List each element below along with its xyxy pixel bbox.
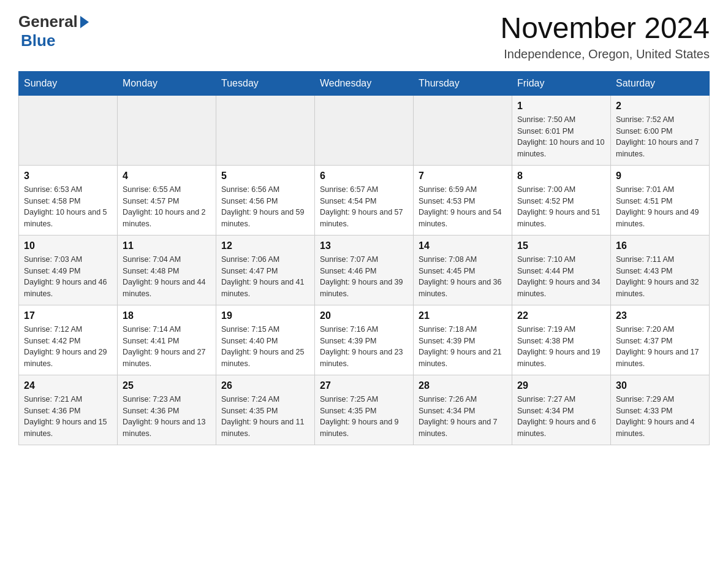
logo-arrow-icon xyxy=(80,16,89,28)
day-number: 6 xyxy=(320,170,408,182)
day-info: Sunrise: 6:55 AMSunset: 4:57 PMDaylight:… xyxy=(123,184,211,230)
day-number: 30 xyxy=(616,380,704,391)
calendar-cell: 25Sunrise: 7:23 AMSunset: 4:36 PMDayligh… xyxy=(118,375,216,445)
day-number: 9 xyxy=(616,170,704,182)
calendar-cell: 28Sunrise: 7:26 AMSunset: 4:34 PMDayligh… xyxy=(414,375,512,445)
logo: General Blue xyxy=(18,12,89,50)
calendar-cell: 26Sunrise: 7:24 AMSunset: 4:35 PMDayligh… xyxy=(216,375,315,445)
day-number: 18 xyxy=(123,310,211,321)
day-info: Sunrise: 7:11 AMSunset: 4:43 PMDaylight:… xyxy=(616,254,704,300)
calendar-cell: 7Sunrise: 6:59 AMSunset: 4:53 PMDaylight… xyxy=(414,165,512,235)
calendar-cell: 12Sunrise: 7:06 AMSunset: 4:47 PMDayligh… xyxy=(216,235,315,305)
page-header: General Blue November 2024 Independence,… xyxy=(18,12,710,61)
header-day-monday: Monday xyxy=(118,71,216,95)
logo-general-text: General xyxy=(18,12,78,31)
calendar-cell: 22Sunrise: 7:19 AMSunset: 4:38 PMDayligh… xyxy=(512,305,611,375)
day-number: 1 xyxy=(517,101,605,112)
day-info: Sunrise: 7:14 AMSunset: 4:41 PMDaylight:… xyxy=(123,324,211,370)
day-number: 7 xyxy=(419,170,507,182)
day-info: Sunrise: 7:15 AMSunset: 4:40 PMDaylight:… xyxy=(221,324,309,370)
day-number: 11 xyxy=(123,240,211,251)
day-info: Sunrise: 7:50 AMSunset: 6:01 PMDaylight:… xyxy=(517,114,605,160)
page-title: November 2024 xyxy=(500,12,710,45)
logo-blue-text: Blue xyxy=(21,31,55,50)
calendar-cell: 16Sunrise: 7:11 AMSunset: 4:43 PMDayligh… xyxy=(611,235,710,305)
calendar-cell xyxy=(414,95,512,165)
calendar-cell: 21Sunrise: 7:18 AMSunset: 4:39 PMDayligh… xyxy=(414,305,512,375)
day-info: Sunrise: 7:19 AMSunset: 4:38 PMDaylight:… xyxy=(517,324,605,370)
day-number: 25 xyxy=(123,380,211,391)
calendar-cell: 24Sunrise: 7:21 AMSunset: 4:36 PMDayligh… xyxy=(19,375,118,445)
day-info: Sunrise: 7:00 AMSunset: 4:52 PMDaylight:… xyxy=(517,184,605,230)
week-row-4: 17Sunrise: 7:12 AMSunset: 4:42 PMDayligh… xyxy=(19,305,710,375)
day-number: 14 xyxy=(419,240,507,251)
calendar-cell: 29Sunrise: 7:27 AMSunset: 4:34 PMDayligh… xyxy=(512,375,611,445)
day-info: Sunrise: 7:07 AMSunset: 4:46 PMDaylight:… xyxy=(320,254,408,300)
day-info: Sunrise: 6:59 AMSunset: 4:53 PMDaylight:… xyxy=(419,184,507,230)
day-number: 23 xyxy=(616,310,704,321)
day-number: 16 xyxy=(616,240,704,251)
day-number: 26 xyxy=(221,380,309,391)
calendar-cell: 10Sunrise: 7:03 AMSunset: 4:49 PMDayligh… xyxy=(19,235,118,305)
calendar-header: SundayMondayTuesdayWednesdayThursdayFrid… xyxy=(19,71,710,95)
day-number: 12 xyxy=(221,240,309,251)
day-info: Sunrise: 7:26 AMSunset: 4:34 PMDaylight:… xyxy=(419,394,507,440)
header-day-wednesday: Wednesday xyxy=(315,71,414,95)
header-day-saturday: Saturday xyxy=(611,71,710,95)
week-row-3: 10Sunrise: 7:03 AMSunset: 4:49 PMDayligh… xyxy=(19,235,710,305)
calendar-cell: 30Sunrise: 7:29 AMSunset: 4:33 PMDayligh… xyxy=(611,375,710,445)
week-row-2: 3Sunrise: 6:53 AMSunset: 4:58 PMDaylight… xyxy=(19,165,710,235)
calendar-table: SundayMondayTuesdayWednesdayThursdayFrid… xyxy=(18,71,710,445)
day-number: 2 xyxy=(616,101,704,112)
calendar-cell: 15Sunrise: 7:10 AMSunset: 4:44 PMDayligh… xyxy=(512,235,611,305)
calendar-cell: 5Sunrise: 6:56 AMSunset: 4:56 PMDaylight… xyxy=(216,165,315,235)
calendar-cell: 18Sunrise: 7:14 AMSunset: 4:41 PMDayligh… xyxy=(118,305,216,375)
calendar-cell: 6Sunrise: 6:57 AMSunset: 4:54 PMDaylight… xyxy=(315,165,414,235)
calendar-cell: 27Sunrise: 7:25 AMSunset: 4:35 PMDayligh… xyxy=(315,375,414,445)
header-day-thursday: Thursday xyxy=(414,71,512,95)
day-number: 19 xyxy=(221,310,309,321)
day-number: 10 xyxy=(24,240,112,251)
calendar-cell: 17Sunrise: 7:12 AMSunset: 4:42 PMDayligh… xyxy=(19,305,118,375)
day-info: Sunrise: 7:23 AMSunset: 4:36 PMDaylight:… xyxy=(123,394,211,440)
day-number: 17 xyxy=(24,310,112,321)
day-info: Sunrise: 7:01 AMSunset: 4:51 PMDaylight:… xyxy=(616,184,704,230)
day-number: 24 xyxy=(24,380,112,391)
calendar-cell: 19Sunrise: 7:15 AMSunset: 4:40 PMDayligh… xyxy=(216,305,315,375)
page-subtitle: Independence, Oregon, United States xyxy=(500,47,710,61)
day-info: Sunrise: 7:10 AMSunset: 4:44 PMDaylight:… xyxy=(517,254,605,300)
day-info: Sunrise: 7:29 AMSunset: 4:33 PMDaylight:… xyxy=(616,394,704,440)
day-info: Sunrise: 6:56 AMSunset: 4:56 PMDaylight:… xyxy=(221,184,309,230)
day-number: 28 xyxy=(419,380,507,391)
day-number: 22 xyxy=(517,310,605,321)
day-number: 20 xyxy=(320,310,408,321)
day-info: Sunrise: 7:06 AMSunset: 4:47 PMDaylight:… xyxy=(221,254,309,300)
day-number: 5 xyxy=(221,170,309,182)
calendar-cell: 2Sunrise: 7:52 AMSunset: 6:00 PMDaylight… xyxy=(611,95,710,165)
day-info: Sunrise: 7:24 AMSunset: 4:35 PMDaylight:… xyxy=(221,394,309,440)
day-info: Sunrise: 7:16 AMSunset: 4:39 PMDaylight:… xyxy=(320,324,408,370)
day-number: 27 xyxy=(320,380,408,391)
calendar-cell: 4Sunrise: 6:55 AMSunset: 4:57 PMDaylight… xyxy=(118,165,216,235)
day-number: 8 xyxy=(517,170,605,182)
day-number: 29 xyxy=(517,380,605,391)
header-day-friday: Friday xyxy=(512,71,611,95)
day-info: Sunrise: 7:52 AMSunset: 6:00 PMDaylight:… xyxy=(616,114,704,160)
day-number: 13 xyxy=(320,240,408,251)
calendar-cell xyxy=(216,95,315,165)
day-number: 4 xyxy=(123,170,211,182)
day-info: Sunrise: 7:27 AMSunset: 4:34 PMDaylight:… xyxy=(517,394,605,440)
day-info: Sunrise: 7:20 AMSunset: 4:37 PMDaylight:… xyxy=(616,324,704,370)
calendar-cell: 1Sunrise: 7:50 AMSunset: 6:01 PMDaylight… xyxy=(512,95,611,165)
header-day-tuesday: Tuesday xyxy=(216,71,315,95)
calendar-cell: 23Sunrise: 7:20 AMSunset: 4:37 PMDayligh… xyxy=(611,305,710,375)
calendar-cell: 11Sunrise: 7:04 AMSunset: 4:48 PMDayligh… xyxy=(118,235,216,305)
day-info: Sunrise: 7:21 AMSunset: 4:36 PMDaylight:… xyxy=(24,394,112,440)
day-info: Sunrise: 7:04 AMSunset: 4:48 PMDaylight:… xyxy=(123,254,211,300)
calendar-cell: 20Sunrise: 7:16 AMSunset: 4:39 PMDayligh… xyxy=(315,305,414,375)
title-section: November 2024 Independence, Oregon, Unit… xyxy=(500,12,710,61)
header-day-sunday: Sunday xyxy=(19,71,118,95)
day-info: Sunrise: 7:03 AMSunset: 4:49 PMDaylight:… xyxy=(24,254,112,300)
day-info: Sunrise: 7:08 AMSunset: 4:45 PMDaylight:… xyxy=(419,254,507,300)
calendar-cell: 9Sunrise: 7:01 AMSunset: 4:51 PMDaylight… xyxy=(611,165,710,235)
